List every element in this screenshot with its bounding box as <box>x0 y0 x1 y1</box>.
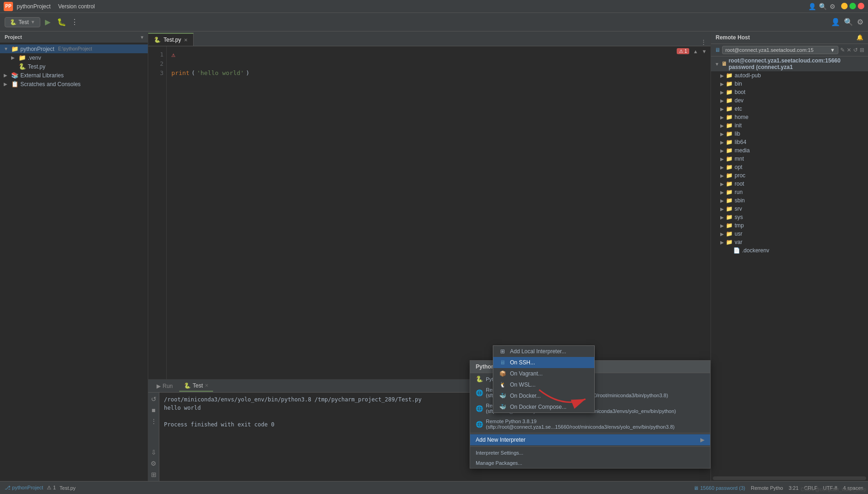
scroll-end-icon[interactable]: ⇩ <box>150 448 157 457</box>
folder-arrow: ▶ <box>720 240 724 245</box>
folder-name: usr <box>735 231 742 237</box>
edit-connection-icon[interactable]: ✎ <box>840 47 845 53</box>
remote-folder-opt[interactable]: ▶ 📁 opt <box>711 163 868 171</box>
manage-packages-item[interactable]: Manage Packages... <box>470 458 710 468</box>
tab-test[interactable]: 🐍 Test ✕ <box>179 381 213 392</box>
run-button[interactable]: ▶ <box>43 16 52 28</box>
folder-icon: 📁 <box>726 189 733 195</box>
ext-libs-label: External Libraries <box>20 72 63 79</box>
collapse-icon[interactable]: ▲ <box>693 49 698 54</box>
tab-run[interactable]: ▶ Run <box>152 381 177 391</box>
sidebar-item-venv[interactable]: ▶ 📁 .venv <box>0 53 148 62</box>
remote-folder-proc[interactable]: ▶ 📁 proc <box>711 171 868 180</box>
more-toolbar-icon[interactable]: ⋮ <box>150 417 158 426</box>
sidebar-item-pythonProject[interactable]: ▼ 📁 pythonProject E:\pythonProject <box>0 44 148 53</box>
ctx-on-docker-compose[interactable]: 🐳 On Docker Compose... <box>493 401 594 413</box>
connection-selector[interactable]: root@connect.yza1.seetacloud.com:15 ▼ <box>722 46 838 54</box>
interpreter-settings-item[interactable]: Interpreter Settings... <box>470 448 710 458</box>
git-icon[interactable]: 👤 <box>831 18 840 26</box>
remote-folder-dev[interactable]: ▶ 📁 dev <box>711 96 868 105</box>
remote-folder-root[interactable]: ▶ 📁 root <box>711 180 868 188</box>
profile-icon[interactable]: 👤 <box>808 3 816 10</box>
maximize-button[interactable] <box>849 3 856 9</box>
tab-testpy[interactable]: 🐍 Test.py ✕ <box>148 33 194 46</box>
remote-folder-autodl[interactable]: ▶ 📁 autodl-pub <box>711 71 868 80</box>
version-control-menu[interactable]: Version control <box>54 2 98 11</box>
ctx-on-docker[interactable]: 🐳 On Docker... <box>493 390 594 401</box>
sidebar-item-testpy[interactable]: 🐍 Test.py <box>0 62 148 71</box>
remote-folder-lib[interactable]: ▶ 📁 lib <box>711 130 868 138</box>
remote-folder-media[interactable]: ▶ 📁 media <box>711 146 868 155</box>
status-ssh-connection[interactable]: 🖥 15660 password (3) <box>693 485 745 491</box>
status-line-col[interactable]: 3:21 <box>789 485 799 491</box>
minimize-button[interactable] <box>841 3 848 9</box>
vcs-search-icon[interactable]: 🔍 <box>844 18 853 26</box>
ctx-add-local[interactable]: ⊞ Add Local Interpreter... <box>493 346 594 357</box>
toolbar-right: 👤 🔍 ⚙ <box>831 18 863 26</box>
refresh-connection-icon[interactable]: ↺ <box>853 47 858 53</box>
remote-folder-usr[interactable]: ▶ 📁 usr <box>711 230 868 238</box>
preferences-icon[interactable]: ⚙ <box>857 18 863 26</box>
status-interpreter[interactable]: Remote Pytho <box>751 485 783 491</box>
remote-folder-boot[interactable]: ▶ 📁 boot <box>711 88 868 96</box>
terminal-icon[interactable]: ⊞ <box>150 470 157 479</box>
warning-count: 1 <box>685 49 687 54</box>
stop-icon[interactable]: ■ <box>151 406 156 415</box>
search-icon[interactable]: 🔍 <box>819 3 827 10</box>
ctx-on-wsl[interactable]: 🐧 On WSL... <box>493 379 594 390</box>
folder-name: autodl-pub <box>735 72 761 79</box>
connection-label: root@connect.yza1.seetacloud.com:15 <box>725 47 813 53</box>
tab-test-close[interactable]: ✕ <box>205 383 208 388</box>
open-terminal-icon[interactable]: ⊞ <box>860 47 864 53</box>
remote-folder-etc[interactable]: ▶ 📁 etc <box>711 105 868 113</box>
settings-icon[interactable]: ⚙ <box>830 3 836 10</box>
remote-folder-tmp[interactable]: ▶ 📁 tmp <box>711 221 868 230</box>
rerun-icon[interactable]: ↺ <box>150 394 157 404</box>
code-editor[interactable]: 1 2 3 ⚠ print('hello world') ⚠ 1 ▲ ▼ <box>148 46 711 379</box>
titlebar: PP pythonProject Version control 👤 🔍 ⚙ <box>0 0 868 13</box>
tab-close-button[interactable]: ✕ <box>184 38 188 43</box>
remote-folder-sys[interactable]: ▶ 📁 sys <box>711 213 868 221</box>
close-button[interactable] <box>858 3 864 9</box>
sidebar-item-extlibs[interactable]: ▶ 📚 External Libraries <box>0 71 148 80</box>
project-sidebar: Project ▾ ▼ 📁 pythonProject E:\pythonPro… <box>0 31 148 481</box>
sidebar-item-scratches[interactable]: ▶ 📋 Scratches and Consoles <box>0 80 148 88</box>
remote-folder-run[interactable]: ▶ 📁 run <box>711 188 868 196</box>
remote-folder-bin[interactable]: ▶ 📁 bin <box>711 80 868 88</box>
close-connection-icon[interactable]: ✕ <box>847 47 851 53</box>
ctx-on-vagrant[interactable]: 📦 On Vagrant... <box>493 368 594 379</box>
interpreter-item-remote3[interactable]: 🌐 Remote Python 3.8.19 (sftp://root@conn… <box>470 416 710 432</box>
remote-folder-init[interactable]: ▶ 📁 init <box>711 121 868 130</box>
notification-icon[interactable]: 🔔 <box>856 34 863 41</box>
scrollbar-thumb[interactable] <box>713 476 866 480</box>
remote-folder-var[interactable]: ▶ 📁 var <box>711 238 868 246</box>
remote-interpreter-icon: 🌐 <box>476 389 483 396</box>
folder-name: tmp <box>735 222 744 229</box>
settings-bottom-icon[interactable]: ⚙ <box>150 459 157 468</box>
remote-folder-mnt[interactable]: ▶ 📁 mnt <box>711 155 868 163</box>
more-button[interactable]: ⋮ <box>71 18 78 26</box>
remote-folder-sbin[interactable]: ▶ 📁 sbin <box>711 196 868 205</box>
debug-button[interactable]: 🐛 <box>55 16 68 28</box>
ssh-label: 15660 password (3) <box>700 485 745 491</box>
interpreter-label: Remote Python 3.8.19 (sftp://root@connec… <box>486 419 704 430</box>
status-file[interactable]: Test.py <box>60 485 76 491</box>
ctx-on-ssh[interactable]: 🖥 On SSH... <box>493 357 594 368</box>
code-content[interactable]: ⚠ print('hello world') <box>167 46 711 379</box>
status-git[interactable]: ⎇ pythonProject <box>5 485 43 491</box>
remote-interpreter-icon: 🌐 <box>476 405 483 412</box>
file-name: .dockerenv <box>742 247 769 254</box>
run-configuration[interactable]: 🐍 Test ▼ <box>5 17 40 27</box>
folder-name: dev <box>735 97 743 104</box>
editor-more-icon[interactable]: ⋮ <box>700 38 707 46</box>
app-logo: PP <box>4 2 13 11</box>
expand-icon[interactable]: ▼ <box>702 49 707 54</box>
project-name[interactable]: pythonProject <box>17 3 50 10</box>
remote-folder-lib64[interactable]: ▶ 📁 lib64 <box>711 138 868 146</box>
remote-file-dockerenv[interactable]: 📄 .dockerenv <box>711 246 868 255</box>
status-warnings[interactable]: ⚠ 1 <box>47 485 56 491</box>
remote-root-item[interactable]: ▼ 🖥 root@connect.yza1.seetacloud.com:156… <box>711 56 868 71</box>
remote-folder-srv[interactable]: ▶ 📁 srv <box>711 205 868 213</box>
add-new-interpreter-item[interactable]: Add New Interpreter ▶ <box>470 434 710 445</box>
remote-folder-home[interactable]: ▶ 📁 home <box>711 113 868 121</box>
